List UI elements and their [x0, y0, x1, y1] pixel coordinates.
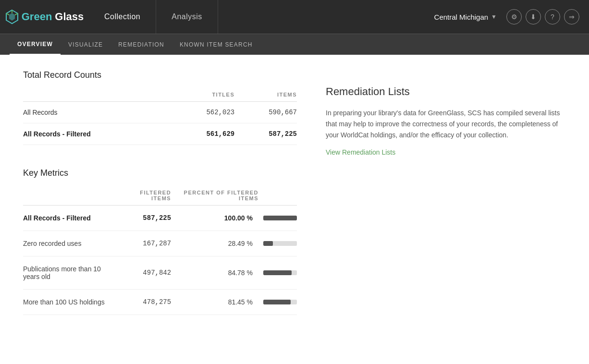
nav-collection[interactable]: Collection: [89, 0, 156, 34]
help-button[interactable]: ?: [545, 9, 560, 24]
metrics-table-row: Zero recorded uses167,28728.49 %: [23, 231, 297, 256]
col-header-titles: TITLES: [172, 88, 235, 102]
metric-percent: 28.49 %: [171, 231, 258, 256]
row-label: All Records: [23, 102, 172, 123]
download-icon: ⬇: [530, 13, 536, 21]
metric-bar: [258, 206, 297, 231]
col-header-bar: [258, 186, 297, 206]
metric-percent: 81.45 %: [171, 290, 258, 315]
metric-percent: 100.00 %: [171, 206, 258, 231]
col-header-items: ITEMS: [234, 88, 297, 102]
logo-area: GreenGlass: [0, 0, 89, 34]
row-titles: 561,629: [172, 123, 235, 145]
col-header-percent: PERCENT OF FILTERED ITEMS: [171, 186, 258, 206]
col-header-metric: [23, 186, 119, 206]
metric-bar: [258, 290, 297, 315]
remediation-description: In preparing your library's data for Gre…: [326, 108, 566, 141]
right-panel: Remediation Lists In preparing your libr…: [326, 70, 566, 349]
logout-icon: ⇒: [569, 13, 575, 21]
record-counts-table: TITLES ITEMS All Records 562,023 590,667…: [23, 88, 297, 145]
metrics-table-row: More than 100 US holdings478,27581.45 %: [23, 290, 297, 315]
logout-button[interactable]: ⇒: [564, 9, 579, 24]
left-panel: Total Record Counts TITLES ITEMS All Rec…: [23, 70, 297, 349]
institution-selector[interactable]: Central Michigan ▼: [434, 13, 497, 21]
metric-label: More than 100 US holdings: [23, 290, 119, 315]
metric-value: 587,225: [119, 206, 171, 231]
tab-visualize[interactable]: VISUALIZE: [61, 34, 110, 55]
row-items: 587,225: [234, 123, 297, 145]
key-metrics-title: Key Metrics: [23, 168, 297, 178]
nav-right: Central Michigan ▼ ⚙ ⬇ ? ⇒: [434, 9, 589, 24]
row-titles: 562,023: [172, 102, 235, 123]
metric-value[interactable]: 167,287: [119, 231, 171, 256]
metric-label: Publications more than 10 years old: [23, 256, 119, 290]
metric-label: All Records - Filtered: [23, 206, 119, 231]
table-row: All Records 562,023 590,667: [23, 102, 297, 123]
row-label: All Records - Filtered: [23, 123, 172, 145]
nav-analysis[interactable]: Analysis: [156, 0, 218, 34]
metric-value[interactable]: 478,275: [119, 290, 171, 315]
metric-label: Zero recorded uses: [23, 231, 119, 256]
chevron-down-icon: ▼: [491, 13, 497, 20]
metric-percent: 84.78 %: [171, 256, 258, 290]
tab-overview[interactable]: OVERVIEW: [10, 34, 61, 55]
tab-remediation[interactable]: REMEDIATION: [110, 34, 172, 55]
key-metrics-section: Key Metrics FILTERED ITEMS PERCENT OF FI…: [23, 168, 297, 315]
col-header-label: [23, 88, 172, 102]
total-record-counts-title: Total Record Counts: [23, 70, 297, 80]
main-content: Total Record Counts TITLES ITEMS All Rec…: [0, 55, 589, 364]
total-record-counts-section: Total Record Counts TITLES ITEMS All Rec…: [23, 70, 297, 145]
logo: GreenGlass: [5, 9, 84, 24]
help-icon: ?: [551, 13, 554, 21]
gear-icon: ⚙: [511, 13, 517, 21]
view-remediation-link[interactable]: View Remediation Lists: [326, 148, 395, 156]
table-row-filtered: All Records - Filtered 561,629 587,225: [23, 123, 297, 145]
col-header-filtered-items: FILTERED ITEMS: [119, 186, 171, 206]
metrics-table: FILTERED ITEMS PERCENT OF FILTERED ITEMS…: [23, 186, 297, 315]
institution-name: Central Michigan: [434, 13, 489, 21]
svg-marker-1: [9, 13, 15, 21]
row-items: 590,667: [234, 102, 297, 123]
metrics-table-row: All Records - Filtered587,225100.00 %: [23, 206, 297, 231]
metric-bar: [258, 231, 297, 256]
metrics-table-row: Publications more than 10 years old497,8…: [23, 256, 297, 290]
settings-button[interactable]: ⚙: [506, 9, 522, 24]
top-navigation: GreenGlass Collection Analysis Central M…: [0, 0, 589, 34]
remediation-title: Remediation Lists: [326, 85, 566, 98]
sub-navigation: OVERVIEW VISUALIZE REMEDIATION KNOWN ITE…: [0, 34, 589, 55]
download-button[interactable]: ⬇: [526, 9, 541, 24]
metric-bar: [258, 256, 297, 290]
metric-value[interactable]: 497,842: [119, 256, 171, 290]
tab-known-item-search[interactable]: KNOWN ITEM SEARCH: [172, 34, 260, 55]
